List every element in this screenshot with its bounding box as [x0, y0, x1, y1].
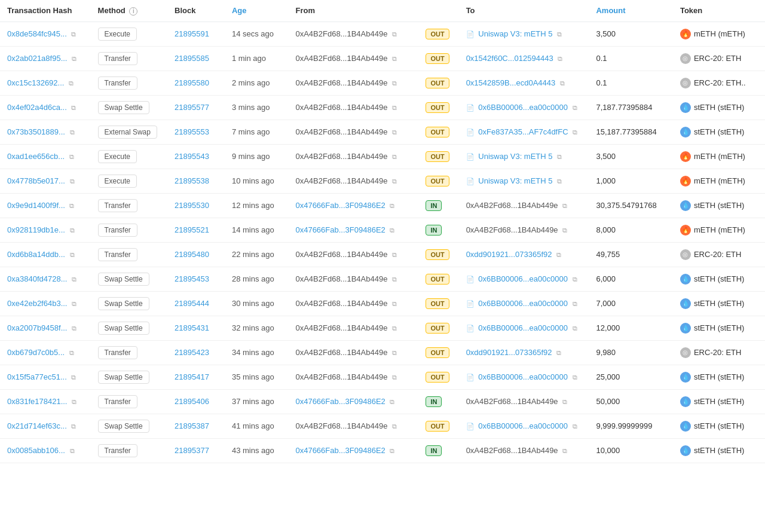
- block-link[interactable]: 21895453: [175, 274, 209, 283]
- copy-to-icon[interactable]: ⧉: [573, 276, 577, 283]
- block-link[interactable]: 21895591: [175, 29, 209, 38]
- to-address[interactable]: 0x6BB00006...ea00c0000: [478, 323, 568, 332]
- copy-from-icon[interactable]: ⧉: [390, 398, 394, 406]
- copy-from-icon[interactable]: ⧉: [392, 300, 397, 308]
- block-link[interactable]: 21895444: [175, 299, 209, 308]
- tx-hash-link[interactable]: 0xe42eb2f64b3...: [7, 299, 67, 308]
- to-address[interactable]: Uniswap V3: mETH 5: [478, 176, 552, 185]
- tx-hash-link[interactable]: 0x21d714ef63c...: [7, 421, 67, 430]
- block-link[interactable]: 21895417: [175, 372, 209, 381]
- copy-from-icon[interactable]: ⧉: [392, 153, 397, 161]
- copy-hash-icon[interactable]: ⧉: [72, 398, 76, 406]
- copy-to-icon[interactable]: ⧉: [562, 447, 567, 455]
- copy-hash-icon[interactable]: ⧉: [69, 153, 74, 161]
- copy-from-icon[interactable]: ⧉: [392, 80, 397, 87]
- to-address[interactable]: 0xdd901921...073365f92: [466, 250, 552, 259]
- copy-to-icon[interactable]: ⧉: [557, 30, 562, 38]
- copy-to-icon[interactable]: ⧉: [573, 423, 577, 430]
- block-link[interactable]: 21895538: [175, 176, 209, 185]
- to-address[interactable]: Uniswap V3: mETH 5: [478, 29, 552, 38]
- to-address[interactable]: 0xdd901921...073365f92: [466, 348, 552, 357]
- tx-hash-link[interactable]: 0x8de584fc945...: [7, 29, 67, 38]
- copy-hash-icon[interactable]: ⧉: [70, 178, 75, 185]
- to-address[interactable]: 0x6BB00006...ea00c0000: [478, 421, 568, 430]
- tx-hash-link[interactable]: 0xa3840fd4728...: [7, 274, 67, 283]
- tx-hash-link[interactable]: 0xb679d7c0b5...: [7, 348, 65, 357]
- from-address[interactable]: 0x47666Fab...3F09486E2: [295, 201, 385, 210]
- copy-from-icon[interactable]: ⧉: [392, 374, 397, 381]
- copy-hash-icon[interactable]: ⧉: [71, 423, 76, 430]
- copy-hash-icon[interactable]: ⧉: [69, 80, 74, 87]
- copy-hash-icon[interactable]: ⧉: [72, 55, 76, 63]
- copy-from-icon[interactable]: ⧉: [392, 325, 397, 332]
- tx-hash-link[interactable]: 0x15f5a77ec51...: [7, 372, 67, 381]
- copy-to-icon[interactable]: ⧉: [557, 153, 562, 161]
- tx-hash-link[interactable]: 0x4778b5e017...: [7, 176, 65, 185]
- copy-to-icon[interactable]: ⧉: [562, 202, 567, 210]
- block-link[interactable]: 21895406: [175, 397, 209, 406]
- copy-from-icon[interactable]: ⧉: [390, 447, 394, 455]
- copy-to-icon[interactable]: ⧉: [573, 129, 577, 136]
- copy-from-icon[interactable]: ⧉: [392, 251, 397, 259]
- copy-to-icon[interactable]: ⧉: [573, 104, 577, 112]
- from-address[interactable]: 0x47666Fab...3F09486E2: [295, 225, 385, 234]
- block-link[interactable]: 21895377: [175, 446, 209, 455]
- copy-hash-icon[interactable]: ⧉: [69, 202, 74, 210]
- copy-from-icon[interactable]: ⧉: [390, 202, 394, 210]
- copy-from-icon[interactable]: ⧉: [392, 178, 397, 185]
- copy-hash-icon[interactable]: ⧉: [70, 129, 75, 136]
- from-address[interactable]: 0x47666Fab...3F09486E2: [295, 397, 385, 406]
- copy-to-icon[interactable]: ⧉: [558, 55, 562, 63]
- to-address[interactable]: Uniswap V3: mETH 5: [478, 152, 552, 161]
- tx-hash-link[interactable]: 0x4ef02a4d6ca...: [7, 103, 67, 112]
- col-header-amount[interactable]: Amount: [589, 0, 672, 22]
- tx-hash-link[interactable]: 0xad1ee656cb...: [7, 152, 65, 161]
- copy-hash-icon[interactable]: ⧉: [72, 325, 76, 332]
- copy-to-icon[interactable]: ⧉: [556, 349, 561, 357]
- to-address[interactable]: 0x1542859B...ecd0A4443: [466, 78, 556, 87]
- block-link[interactable]: 21895543: [175, 152, 209, 161]
- copy-hash-icon[interactable]: ⧉: [69, 349, 74, 357]
- block-link[interactable]: 21895387: [175, 421, 209, 430]
- copy-to-icon[interactable]: ⧉: [560, 80, 565, 87]
- tx-hash-link[interactable]: 0xa2007b9458f...: [7, 323, 67, 332]
- copy-to-icon[interactable]: ⧉: [557, 178, 562, 185]
- copy-from-icon[interactable]: ⧉: [392, 55, 397, 63]
- copy-from-icon[interactable]: ⧉: [390, 227, 394, 234]
- method-info-icon[interactable]: i: [129, 7, 137, 16]
- block-link[interactable]: 21895431: [175, 323, 209, 332]
- copy-from-icon[interactable]: ⧉: [392, 30, 397, 38]
- tx-hash-link[interactable]: 0x928119db1e...: [7, 225, 65, 234]
- copy-to-icon[interactable]: ⧉: [562, 227, 567, 234]
- from-address[interactable]: 0x47666Fab...3F09486E2: [295, 446, 385, 455]
- block-link[interactable]: 21895577: [175, 103, 209, 112]
- copy-hash-icon[interactable]: ⧉: [71, 104, 76, 112]
- block-link[interactable]: 21895585: [175, 54, 209, 63]
- to-address[interactable]: 0xFe837A35...AF7c4dfFC: [478, 127, 568, 136]
- to-address[interactable]: 0x6BB00006...ea00c0000: [478, 372, 568, 381]
- tx-hash-link[interactable]: 0x2ab021a8f95...: [7, 54, 67, 63]
- tx-hash-link[interactable]: 0x0085abb106...: [7, 446, 65, 455]
- copy-from-icon[interactable]: ⧉: [392, 129, 397, 136]
- copy-to-icon[interactable]: ⧉: [573, 374, 577, 381]
- copy-from-icon[interactable]: ⧉: [392, 423, 397, 430]
- col-header-age[interactable]: Age: [225, 0, 289, 22]
- block-link[interactable]: 21895553: [175, 127, 209, 136]
- copy-hash-icon[interactable]: ⧉: [71, 374, 76, 381]
- copy-hash-icon[interactable]: ⧉: [70, 227, 75, 234]
- to-address[interactable]: 0x1542f60C...012594443: [466, 54, 553, 63]
- copy-hash-icon[interactable]: ⧉: [72, 300, 76, 308]
- tx-hash-link[interactable]: 0x9e9d1400f9f...: [7, 201, 65, 210]
- copy-hash-icon[interactable]: ⧉: [72, 276, 76, 283]
- copy-hash-icon[interactable]: ⧉: [70, 251, 75, 259]
- to-address[interactable]: 0x6BB00006...ea00c0000: [478, 103, 568, 112]
- copy-from-icon[interactable]: ⧉: [392, 349, 397, 357]
- block-link[interactable]: 21895423: [175, 348, 209, 357]
- tx-hash-link[interactable]: 0xd6b8a14ddb...: [7, 250, 65, 259]
- block-link[interactable]: 21895521: [175, 225, 209, 234]
- copy-hash-icon[interactable]: ⧉: [71, 30, 76, 38]
- copy-to-icon[interactable]: ⧉: [573, 300, 577, 308]
- to-address[interactable]: 0x6BB00006...ea00c0000: [478, 274, 568, 283]
- block-link[interactable]: 21895580: [175, 78, 209, 87]
- copy-hash-icon[interactable]: ⧉: [70, 447, 75, 455]
